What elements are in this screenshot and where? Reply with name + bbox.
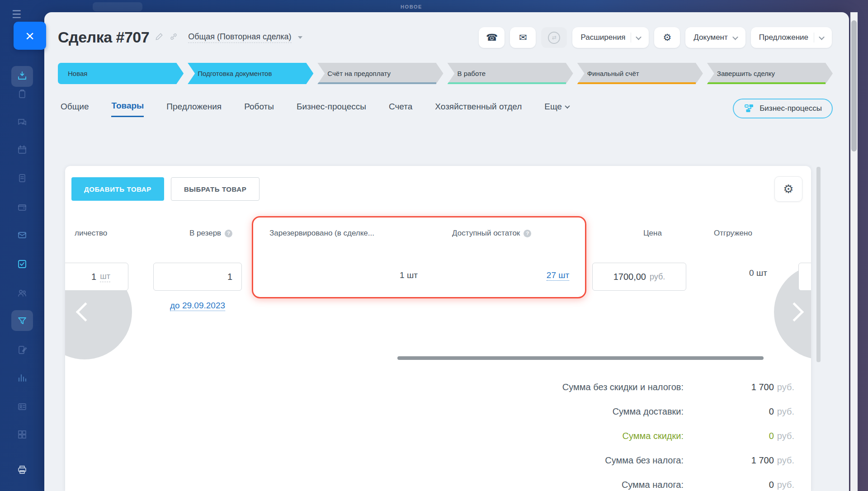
people-icon[interactable] bbox=[17, 288, 28, 298]
available-stock-cell: 27 шт bbox=[526, 270, 590, 280]
stage-close-deal[interactable]: Завершить сделку bbox=[707, 63, 833, 84]
business-process-button[interactable]: Бизнес-процессы bbox=[733, 99, 833, 118]
stage-bar: Новая Подготовка документов Счёт на пред… bbox=[58, 63, 833, 84]
link-icon[interactable] bbox=[169, 32, 178, 43]
quantity-unit[interactable]: шт bbox=[100, 272, 110, 282]
document-icon[interactable] bbox=[17, 173, 28, 184]
tasks-check-icon[interactable] bbox=[17, 259, 28, 269]
phone-button[interactable]: ☎ bbox=[479, 27, 505, 48]
deal-header: Сделка #707 Общая (Повторная сделка) bbox=[58, 28, 302, 46]
add-product-button[interactable]: ДОБАВИТЬ ТОВАР bbox=[71, 177, 164, 201]
tray-download-icon[interactable] bbox=[17, 71, 28, 81]
quantity-input[interactable]: 1 шт bbox=[65, 263, 128, 291]
edit-pencil-icon[interactable] bbox=[155, 32, 164, 43]
reserve-until-link[interactable]: до 29.09.2023 bbox=[170, 301, 225, 311]
stage-docs[interactable]: Подготовка документов bbox=[188, 63, 313, 84]
tab-bar: Общие Товары Предложения Роботы Бизнес-п… bbox=[61, 101, 569, 117]
new-badge: НОВОЕ bbox=[389, 4, 434, 9]
stage-in-progress[interactable]: В работе bbox=[448, 63, 573, 84]
summary-label: Сумма скидки: bbox=[623, 431, 684, 441]
summary-row: Сумма налога: 0руб. bbox=[65, 472, 794, 491]
window-scrollbar-thumb[interactable] bbox=[851, 20, 857, 151]
grid-icon[interactable] bbox=[17, 429, 28, 440]
summary-unit: руб. bbox=[777, 455, 794, 465]
tab-products[interactable]: Товары bbox=[111, 101, 144, 117]
mail-icon[interactable] bbox=[17, 230, 28, 241]
calendar-icon[interactable] bbox=[17, 144, 28, 155]
summary-value: 1 700руб. bbox=[684, 382, 794, 392]
summary-value: 0руб. bbox=[684, 431, 794, 441]
tab-bizproc[interactable]: Бизнес-процессы bbox=[297, 101, 366, 117]
horizontal-scrollbar[interactable] bbox=[397, 356, 764, 360]
tab-robots[interactable]: Роботы bbox=[244, 101, 274, 117]
stage-color-bar bbox=[317, 82, 436, 84]
offer-button[interactable]: Предложение bbox=[751, 27, 832, 48]
header-actions: ☎ ✉ ⇄ Расширения ⚙ Документ Предложение bbox=[479, 27, 832, 48]
settings-gear-button[interactable]: ⚙ bbox=[654, 27, 680, 48]
deal-card: Сделка #707 Общая (Повторная сделка) ☎ ✉… bbox=[44, 12, 849, 491]
chart-icon[interactable] bbox=[17, 373, 28, 383]
idcard-icon[interactable] bbox=[17, 401, 28, 412]
select-product-button[interactable]: ВЫБРАТЬ ТОВАР bbox=[171, 177, 259, 201]
tab-more-label: Еще bbox=[544, 102, 562, 112]
page-title: Сделка #707 bbox=[58, 28, 149, 46]
pipeline-selector[interactable]: Общая (Повторная сделка) bbox=[188, 32, 291, 43]
bizproc-blocks-icon bbox=[744, 103, 755, 114]
col-reserved-deal: Зарезервировано (в сделке... bbox=[269, 229, 374, 238]
table-settings-gear-button[interactable]: ⚙ bbox=[774, 176, 802, 202]
divider bbox=[814, 33, 814, 42]
tab-invoices[interactable]: Счета bbox=[389, 101, 412, 117]
stage-final-invoice[interactable]: Финальный счёт bbox=[577, 63, 703, 84]
panel-vertical-scrollbar[interactable] bbox=[816, 167, 821, 362]
funnel-icon[interactable] bbox=[17, 316, 28, 326]
close-icon[interactable]: × bbox=[14, 22, 46, 50]
stage-label: Финальный счёт bbox=[587, 70, 639, 77]
summary-row-discount: Сумма скидки: 0руб. bbox=[65, 424, 794, 448]
tab-offers[interactable]: Предложения bbox=[166, 101, 222, 117]
stage-label: Счёт на предоплату bbox=[327, 70, 391, 77]
window-scrollbar-track bbox=[850, 12, 858, 491]
edit-doc-icon[interactable] bbox=[17, 345, 28, 355]
stage-label: Новая bbox=[68, 70, 87, 77]
printer-icon[interactable] bbox=[17, 464, 28, 475]
divider bbox=[631, 33, 631, 42]
stage-color-bar bbox=[707, 82, 826, 84]
chevron-down-icon bbox=[819, 34, 825, 40]
stage-new[interactable]: Новая bbox=[58, 63, 184, 84]
summary-label: Сумма без налога: bbox=[605, 455, 684, 466]
document-button[interactable]: Документ bbox=[685, 27, 745, 48]
offer-label: Предложение bbox=[759, 33, 808, 42]
stage-prepayment[interactable]: Счёт на предоплату bbox=[317, 63, 443, 84]
menu-icon[interactable]: ☰ bbox=[12, 8, 22, 21]
summary-row: Сумма доставки: 0руб. bbox=[65, 399, 794, 424]
summary-label: Сумма без скидки и налогов: bbox=[562, 382, 684, 392]
available-stock-link[interactable]: 27 шт bbox=[547, 270, 569, 281]
price-currency: руб. bbox=[650, 272, 665, 282]
price-input[interactable]: 1700,00 руб. bbox=[592, 263, 686, 291]
extensions-label: Расширения bbox=[580, 33, 625, 42]
extensions-button[interactable]: Расширения bbox=[572, 27, 649, 48]
clipboard-icon[interactable] bbox=[17, 89, 28, 99]
chevron-down-icon bbox=[732, 34, 738, 40]
chat-icon[interactable] bbox=[17, 117, 28, 128]
help-icon[interactable]: ? bbox=[524, 230, 531, 237]
chat-icon: ⇄ bbox=[548, 32, 560, 44]
wallet-icon[interactable] bbox=[17, 202, 28, 212]
document-label: Документ bbox=[693, 33, 727, 42]
tab-general[interactable]: Общие bbox=[61, 101, 89, 117]
summary-value: 1 700руб. bbox=[684, 455, 794, 466]
col-reserve: В резерв? bbox=[189, 229, 232, 238]
stage-label: Подготовка документов bbox=[198, 70, 272, 77]
help-icon[interactable]: ? bbox=[225, 230, 232, 237]
chat-button[interactable]: ⇄ bbox=[541, 27, 567, 48]
reserve-input[interactable]: 1 bbox=[153, 263, 242, 291]
mail-button[interactable]: ✉ bbox=[510, 27, 536, 48]
tab-more[interactable]: Еще bbox=[544, 101, 569, 117]
partial-input[interactable] bbox=[798, 263, 811, 291]
stage-label: Завершить сделку bbox=[717, 70, 775, 77]
tab-household[interactable]: Хозяйственный отдел bbox=[435, 101, 522, 117]
summary-value: 0руб. bbox=[684, 406, 794, 417]
totals-summary: Сумма без скидки и налогов: 1 700руб. Су… bbox=[65, 375, 794, 491]
summary-row: Сумма без скидки и налогов: 1 700руб. bbox=[65, 375, 794, 399]
chevron-down-icon bbox=[636, 34, 642, 40]
